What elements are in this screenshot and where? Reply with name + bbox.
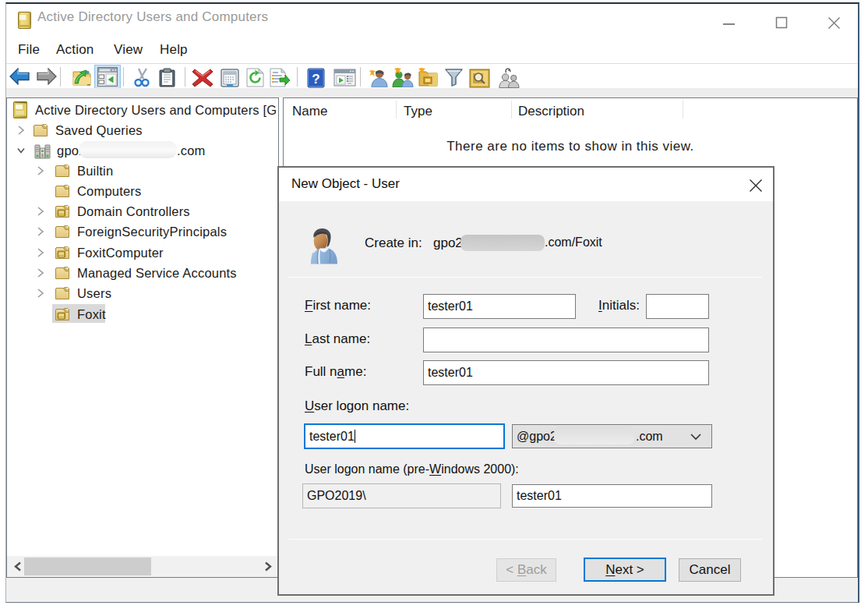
svg-text:?: ? [312,72,319,87]
